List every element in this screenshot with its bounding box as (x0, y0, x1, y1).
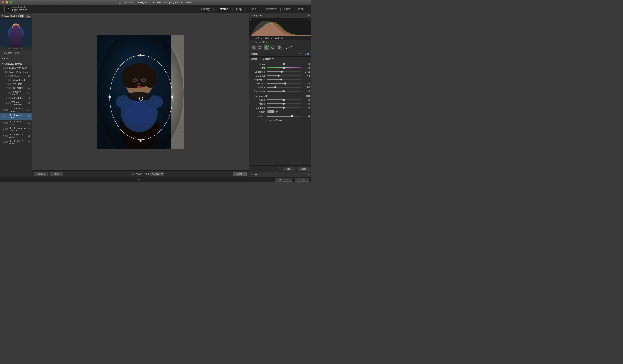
basic-panel-header[interactable]: Basic (249, 172, 312, 177)
zoom-fill-button[interactable]: FILL (25, 14, 31, 18)
contrast-fill (267, 75, 279, 76)
folder-icon (5, 135, 8, 137)
collections-collapse-button[interactable]: – (25, 62, 27, 65)
defringe-thumb[interactable] (283, 107, 285, 109)
color-swatch[interactable] (267, 110, 274, 113)
nav-web[interactable]: Web (295, 5, 307, 13)
noise-thumb[interactable] (283, 99, 285, 101)
collection-item-five-stars[interactable]: Five Stars 0 (0, 82, 32, 86)
nav-library[interactable]: Library (198, 5, 213, 13)
moire-thumb[interactable] (283, 103, 285, 105)
minimize-window-button[interactable] (6, 1, 8, 4)
defringe-slider[interactable] (267, 107, 301, 108)
feather-slider[interactable] (267, 116, 301, 117)
mask-edit-button[interactable]: Edit (304, 52, 310, 55)
slider-row-tint: Tint 0 (249, 66, 312, 70)
feather-thumb[interactable] (291, 115, 293, 117)
photo-area[interactable] (32, 13, 249, 170)
shadows-thumb[interactable] (284, 82, 286, 84)
moire-slider[interactable] (267, 103, 301, 104)
target-tool-icon[interactable] (277, 45, 282, 50)
done-button[interactable]: Done (233, 172, 247, 176)
snapshots-add-button[interactable]: + (28, 51, 30, 55)
circle-tool-icon[interactable] (257, 45, 262, 50)
collection-item-fuji[interactable]: 06-13 Fuji X20 With... 31 (0, 133, 32, 139)
contrast-thumb[interactable] (278, 75, 280, 77)
svg-point-40 (141, 98, 141, 99)
sharpness-thumb[interactable] (266, 95, 267, 97)
color-swatch-area[interactable] (267, 110, 279, 113)
snapshots-header[interactable]: Snapshots + (0, 50, 32, 56)
copy-button[interactable]: Copy... (34, 172, 48, 176)
reset-strip-button[interactable]: Reset (295, 178, 309, 182)
saturation-thumb[interactable] (283, 90, 285, 92)
feather-label: Feather (251, 115, 265, 117)
tint-thumb[interactable] (283, 67, 285, 69)
handle-left (109, 96, 111, 98)
highlights-slider[interactable] (267, 79, 301, 80)
bottom-strip-right: Previous Reset (275, 178, 309, 182)
rect-tool-icon[interactable] (270, 45, 275, 50)
exposure-slider[interactable] (267, 71, 301, 72)
zoom-controls[interactable]: FIT FILL 1:1 3:1 (19, 14, 32, 18)
collection-item-bokeh[interactable]: 06-13 Bokeh Plants 38 (0, 120, 32, 126)
collection-item-recently-modified[interactable]: Recently Modified 393 (0, 90, 32, 96)
mask-visibility-button[interactable] (278, 167, 281, 170)
navigator-title: Navigator (4, 15, 19, 17)
pins-select[interactable]: Always (150, 172, 164, 176)
highlights-thumb[interactable] (280, 79, 282, 81)
window-controls[interactable] (2, 1, 12, 4)
nav-map[interactable]: Map (233, 5, 245, 13)
collection-item-victoria[interactable]: 05-13 Victoria Natural... 34 (0, 113, 32, 120)
clarity-thumb[interactable] (274, 86, 276, 88)
navigator-header[interactable]: Navigator FIT FILL 1:1 3:1 (0, 13, 32, 19)
clarity-slider[interactable] (267, 87, 301, 88)
collection-item-schulz[interactable]: 06-13 Schulz Museum 28 (0, 139, 32, 145)
temp-slider[interactable] (267, 63, 301, 64)
effect-dropdown[interactable]: Custom (263, 58, 274, 60)
nav-book[interactable]: Book (246, 5, 259, 13)
tone-curve-icon[interactable] (286, 46, 310, 49)
collection-item-past-month[interactable]: Past Month 105 (0, 86, 32, 90)
histogram-header[interactable]: Histogram (249, 13, 312, 18)
collection-item-video-files[interactable]: Video Files 1 (0, 96, 32, 100)
nav-slideshow[interactable]: Slideshow (260, 5, 280, 13)
grid-tool-icon[interactable] (251, 45, 256, 50)
collection-item-colored-red[interactable]: Colored Red 0 (0, 78, 32, 82)
maximize-window-button[interactable] (9, 1, 12, 4)
reset-button[interactable]: Reset (283, 167, 295, 171)
noise-slider[interactable] (267, 100, 301, 100)
tint-slider[interactable] (267, 67, 301, 68)
collection-item-fujifilm[interactable]: Fujifilm X20 2013 (0, 66, 32, 70)
collection-item-smart-collections[interactable]: Smart Collections (0, 70, 32, 74)
original-photo-row[interactable]: Original Photo (249, 40, 312, 44)
sharpness-slider[interactable] (267, 96, 301, 96)
paste-button[interactable]: Paste (50, 172, 63, 176)
nav-print[interactable]: Print (281, 5, 294, 13)
mask-new-button[interactable]: New (296, 52, 302, 55)
zoom-fit-button[interactable]: FIT (19, 14, 24, 18)
previous-button[interactable]: Previous (275, 178, 292, 182)
contrast-slider[interactable] (267, 75, 301, 76)
temp-thumb[interactable] (283, 63, 285, 65)
collection-item-3stars[interactable]: 3 Stars 44 (0, 74, 32, 78)
shadows-slider[interactable] (267, 83, 301, 84)
close-button[interactable]: Close (297, 167, 310, 171)
collections-add-button[interactable]: + (28, 62, 30, 65)
exposure-thumb[interactable] (281, 71, 283, 73)
original-photo-checkbox[interactable] (251, 41, 253, 43)
history-clear-button[interactable]: ✕ (28, 57, 30, 60)
smart-folder-icon (5, 71, 8, 73)
collection-item-jessica[interactable]: 03-13 Jessica Dress 254 (0, 107, 32, 113)
filled-circle-tool-icon[interactable] (264, 45, 269, 50)
nav-develop[interactable]: Develop (214, 5, 232, 13)
collection-item-without-keywords[interactable]: Without Keywords 482 (0, 100, 32, 107)
collections-header[interactable]: Collections – + (0, 61, 32, 66)
clarity-value: –80 (303, 86, 310, 89)
saturation-slider[interactable] (267, 91, 301, 92)
close-window-button[interactable] (2, 1, 4, 4)
invert-mask-checkbox[interactable] (266, 119, 268, 121)
app-brand: Adobe Photoshop (12, 6, 30, 8)
history-header[interactable]: History ✕ (0, 56, 32, 61)
collection-item-cactus[interactable]: 06-13 Cactus in Garden 6 (0, 126, 32, 133)
